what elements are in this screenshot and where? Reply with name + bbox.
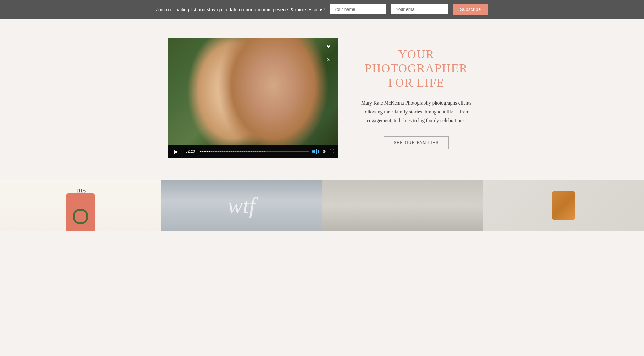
play-button[interactable]: ▶ [172,147,180,156]
video-thumbnail[interactable]: ♥ ✈ [168,38,338,145]
progress-dot [211,151,212,152]
wtf-text: wtf [228,193,255,219]
progress-dot [213,151,214,152]
progress-dot [255,151,256,152]
progress-dot [237,151,239,152]
progress-dot [202,151,203,152]
time-display: 02:20 [184,149,197,154]
hero-text-panel: YOUR PHOTOGRAPHER FOR LIFE Mary Kate McK… [357,47,476,149]
bottom-image-grid: 105 wtf [0,180,644,231]
grid-image-wtf[interactable]: wtf [161,180,322,231]
progress-dot [246,151,247,152]
progress-dot [229,151,230,152]
progress-dot [215,151,217,152]
tagline: YOUR PHOTOGRAPHER FOR LIFE [357,47,476,90]
progress-dot [226,151,228,152]
grid-image-door[interactable]: 105 [0,180,161,231]
progress-dot [209,151,210,152]
progress-dot [224,151,225,152]
progress-dot [207,151,208,152]
tagline-line3: FOR LIFE [388,76,445,89]
video-image-overlay [168,38,338,145]
progress-dot [222,151,223,152]
vol-bar-4 [318,150,319,153]
email-input[interactable] [391,4,448,14]
progress-dot [262,151,263,152]
progress-dot [244,151,245,152]
fullscreen-icon[interactable]: ⛶ [330,149,334,154]
progress-dot [233,151,234,152]
settings-icon[interactable]: ⚙ [322,149,326,154]
progress-dot [204,151,206,152]
progress-bar[interactable] [200,151,309,152]
progress-dot [242,151,243,152]
progress-dot [259,151,261,152]
video-overlay-icons: ♥ ✈ [323,41,333,65]
vol-bar-3 [316,149,317,154]
progress-dots [200,151,309,152]
grid-image-building[interactable] [322,180,483,231]
progress-dot [248,151,250,152]
video-player: ♥ ✈ ▶ 02:20 [168,38,338,158]
cork-object [552,191,575,220]
vol-bar-2 [314,150,315,153]
progress-dot [220,151,221,152]
hero-section: ♥ ✈ ▶ 02:20 [133,19,511,177]
tagline-line1: YOUR [398,47,435,61]
share-icon[interactable]: ✈ [321,52,335,67]
progress-dot [200,151,201,152]
subscribe-button[interactable]: Subscribe [453,4,488,15]
tagline-line2: PHOTOGRAPHER [365,62,468,75]
volume-control[interactable] [312,149,319,154]
name-input[interactable] [330,4,386,14]
progress-dot [240,151,241,152]
progress-dot [257,151,258,152]
see-our-families-button[interactable]: SEE OUR FAMILIES [384,136,448,149]
vol-bar-1 [312,150,314,153]
hero-description: Mary Kate McKenna Photography photograph… [357,99,476,125]
progress-dot [218,151,219,152]
banner-text: Join our mailing list and stay up to dat… [156,7,325,12]
video-controls: ▶ 02:20 [168,145,338,158]
grid-image-cork[interactable] [483,180,644,231]
progress-dot [231,151,232,152]
heart-icon[interactable]: ♥ [323,41,333,52]
door-shape [66,193,95,231]
mailing-list-banner: Join our mailing list and stay up to dat… [0,0,644,19]
progress-dot [251,151,252,152]
door-wreath [73,209,88,224]
progress-dot [235,151,236,152]
progress-dot [264,151,265,152]
building-overlay [322,180,483,231]
progress-dot [253,151,254,152]
